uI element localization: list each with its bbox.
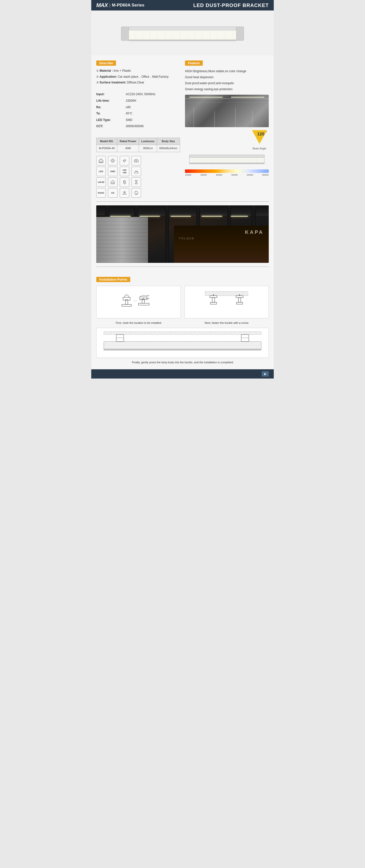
svg-rect-3: [129, 30, 236, 40]
svg-rect-61: [122, 305, 131, 307]
ta-label: Ta:: [96, 111, 126, 117]
svg-line-65: [128, 295, 129, 298]
svg-rect-27: [100, 161, 102, 163]
svg-rect-153: [104, 349, 261, 350]
svg-rect-92: [210, 296, 217, 298]
lifetime-label: Life time:: [96, 98, 126, 104]
profile-drawing-section: [185, 153, 269, 166]
beam-number: 120: [257, 132, 264, 137]
installation-label: Installation Points: [96, 277, 130, 282]
product-image-section: [91, 10, 274, 56]
model-table: Model NO. Rated Power Luminous Body Size…: [96, 138, 180, 152]
step2-caption: Next, fasten the buckle with a screw: [184, 320, 269, 325]
specs-table: Input:AC220-240V, 50/60Hz Life time:1500…: [96, 91, 180, 130]
beam-section: 120 ° Beam Angle: [185, 130, 269, 150]
material-value: Iron + Plastic: [114, 69, 131, 72]
step2-container: [184, 286, 269, 318]
step3-diagram: [96, 328, 269, 358]
icons-grid: LED SMD CRI >80 LM-80: [96, 156, 180, 198]
feature-item-3: Dust-proof,water-proof,anti-mosquito: [185, 80, 269, 86]
step1-container: [96, 286, 181, 318]
step1-caption: First, mark the location to be installed: [96, 320, 181, 325]
cct-label: CCT:: [96, 123, 126, 130]
svg-rect-68: [139, 303, 149, 305]
svg-rect-26: [129, 40, 236, 41]
svg-line-72: [147, 296, 149, 297]
page-header: MAX | M-PD60A Series LED DUST-PROOF BRAC…: [91, 0, 274, 10]
step3-container: Finally, gently press the lamp body into…: [96, 328, 269, 364]
partition-3: [235, 108, 236, 127]
led-strip-3: [171, 216, 191, 217]
home-svg: [98, 158, 103, 163]
product-title: LED DUST-PROOF BRACKET: [193, 2, 269, 8]
left-column: Describe ① Material : Iron + Plastic ② A…: [96, 60, 180, 198]
svg-rect-151: [241, 335, 249, 342]
col-model: Model NO.: [96, 138, 117, 145]
ce-text-icon: CE: [108, 188, 118, 198]
step2-svg: [203, 289, 250, 315]
profile-svg: [185, 153, 269, 165]
svg-rect-42: [189, 155, 265, 157]
cct-labels: 1500K 3000K 4000K 5000K 6000K 8000K: [185, 174, 269, 176]
ceiling-top: [96, 206, 269, 215]
feature-item-1: HIGH Brightness,More stable,no color cha…: [185, 68, 269, 74]
partial-sun-icon: [120, 156, 129, 165]
cct-1500: 1500K: [185, 174, 191, 176]
led-strip-4: [202, 216, 222, 217]
cri-label: CRI: [122, 169, 126, 172]
svg-rect-62: [125, 300, 128, 305]
ledtype-value: SMD: [126, 117, 180, 123]
svg-line-34: [114, 162, 115, 162]
partition-4: [252, 111, 252, 127]
describe-label: Describe: [96, 60, 116, 66]
light-strip-1: [189, 97, 223, 98]
feature-label: Feature: [185, 60, 203, 66]
mountain-icon: [131, 167, 141, 176]
input-label: Input:: [96, 91, 126, 98]
step1-diagram: [96, 286, 181, 318]
product-drawing: [120, 22, 245, 44]
partition-2: [214, 111, 215, 127]
no-symbol-icon: [120, 177, 129, 187]
step3-caption: Finally, gently press the lamp body into…: [132, 361, 233, 364]
wall-texture: [96, 217, 148, 263]
cri-value: >80: [122, 172, 126, 174]
led-strip-2: [140, 216, 160, 217]
right-column: Feature HIGH Brightness,More stable,no c…: [185, 60, 269, 198]
beam-label: Beam Angle: [250, 147, 269, 150]
svg-line-71: [140, 296, 142, 297]
home-icon: [96, 156, 106, 165]
ceiling-line-2: [185, 102, 269, 102]
nav-button[interactable]: ▶: [262, 371, 269, 376]
ce-label: CE: [111, 192, 115, 194]
feature-list: HIGH Brightness,More stable,no color cha…: [185, 68, 269, 92]
mountain-svg: [134, 169, 139, 174]
svg-point-28: [112, 160, 114, 162]
camera-svg: [134, 158, 139, 163]
svg-point-78: [148, 298, 149, 299]
leaf-svg: [134, 190, 139, 195]
feature-item-2: Good heat dispersion: [185, 74, 269, 80]
table-row: M-PD60A-40 40W 3000Lm 600x66x24mm: [96, 145, 180, 152]
describe-content: ① Material : Iron + Plastic ② Applicatio…: [96, 68, 180, 152]
step3-svg: [96, 330, 269, 355]
lm80-text-icon: LM-80: [96, 177, 106, 187]
col-luminous: Luminous: [139, 138, 157, 145]
led-label: LED: [99, 170, 103, 173]
rohs-label: RoHS: [98, 192, 104, 194]
body-size: 600x66x24mm: [157, 145, 180, 152]
kapa-sign: KAPA: [245, 229, 264, 235]
recycle-svg: [122, 190, 127, 195]
cct-5000: 5000K: [231, 174, 238, 176]
material-label: Material :: [99, 69, 113, 72]
installation-section: Installation Points: [91, 273, 274, 369]
cct-8000: 8000K: [262, 174, 269, 176]
svg-point-37: [123, 160, 125, 162]
lm80-label: LM-80: [98, 181, 104, 183]
surface-value: Diffuse,Clear: [127, 81, 144, 84]
tolque-sign: TOLQUE: [179, 237, 195, 240]
input-value: AC220-240V, 50/60Hz: [126, 91, 180, 98]
svg-rect-102: [104, 332, 261, 335]
svg-line-35: [114, 159, 115, 160]
partial-sun-svg: [122, 158, 127, 163]
